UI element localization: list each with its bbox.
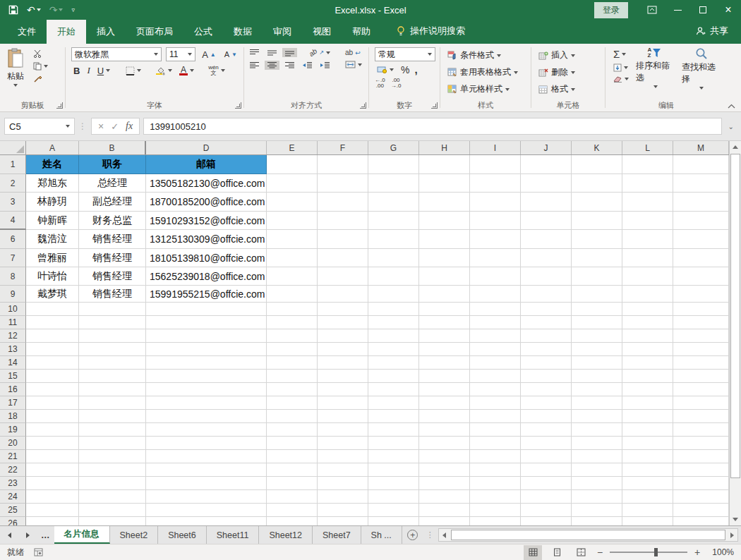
- cell-L1[interactable]: [622, 155, 673, 174]
- cell-L20[interactable]: [622, 437, 673, 450]
- cell-F1[interactable]: [318, 155, 368, 174]
- cell-M18[interactable]: [673, 410, 729, 423]
- increase-decimal-button[interactable]: ←.0.00: [375, 78, 385, 89]
- row-header-20[interactable]: 20: [0, 437, 26, 450]
- cell-B7[interactable]: 销售经理: [79, 249, 146, 267]
- ribbon-tab-视图[interactable]: 视图: [302, 20, 342, 44]
- cell-E9[interactable]: [267, 286, 318, 303]
- cell-H7[interactable]: [419, 249, 470, 267]
- percent-style-button[interactable]: %: [401, 64, 409, 75]
- cell-K4[interactable]: [572, 212, 622, 230]
- cell-G14[interactable]: [368, 356, 419, 370]
- cell-H16[interactable]: [419, 383, 470, 396]
- cell-J23[interactable]: [521, 477, 572, 490]
- cell-L6[interactable]: [622, 230, 673, 249]
- cell-G11[interactable]: [368, 316, 419, 329]
- cell-F6[interactable]: [318, 230, 368, 249]
- cell-B8[interactable]: 销售经理: [79, 267, 146, 286]
- cell-D1[interactable]: 邮箱: [146, 155, 267, 174]
- cell-E14[interactable]: [267, 356, 318, 370]
- cell-J10[interactable]: [521, 303, 572, 316]
- bold-button[interactable]: B: [71, 65, 82, 77]
- cell-E17[interactable]: [267, 396, 318, 410]
- column-header-I[interactable]: I: [470, 141, 521, 154]
- cell-D17[interactable]: [146, 396, 267, 410]
- cell-F19[interactable]: [318, 423, 368, 437]
- cell-A8[interactable]: 叶诗怡: [26, 267, 79, 286]
- autosum-button[interactable]: Σ: [611, 47, 631, 61]
- cell-E4[interactable]: [267, 212, 318, 230]
- cell-L26[interactable]: [622, 517, 673, 525]
- cell-H4[interactable]: [419, 212, 470, 230]
- cell-M26[interactable]: [673, 517, 729, 525]
- sheet-tab-Sh ...[interactable]: Sh ...: [361, 526, 402, 544]
- zoom-out-button[interactable]: −: [596, 547, 604, 558]
- fill-color-button[interactable]: [153, 66, 174, 76]
- cell-E11[interactable]: [267, 316, 318, 329]
- cell-H24[interactable]: [419, 490, 470, 504]
- cell-H11[interactable]: [419, 316, 470, 329]
- cell-D6[interactable]: 13125130309@offcie.com: [146, 230, 267, 249]
- more-sheets-indicator[interactable]: …: [37, 526, 54, 544]
- cell-K22[interactable]: [572, 463, 622, 477]
- number-dialog-launcher[interactable]: [431, 102, 438, 109]
- italic-button[interactable]: I: [85, 64, 92, 77]
- vertical-scrollbar[interactable]: [729, 141, 741, 525]
- cell-E16[interactable]: [267, 383, 318, 396]
- underline-button[interactable]: U: [95, 65, 112, 77]
- cell-K24[interactable]: [572, 490, 622, 504]
- cell-D15[interactable]: [146, 370, 267, 383]
- paste-button[interactable]: 粘贴: [3, 46, 28, 99]
- cell-M6[interactable]: [673, 230, 729, 249]
- cell-I7[interactable]: [470, 249, 521, 267]
- find-select-button[interactable]: 查找和选择: [678, 46, 724, 99]
- cell-H10[interactable]: [419, 303, 470, 316]
- cell-G1[interactable]: [368, 155, 419, 174]
- cell-G23[interactable]: [368, 477, 419, 490]
- cell-B20[interactable]: [79, 437, 146, 450]
- cell-L12[interactable]: [622, 329, 673, 343]
- share-button[interactable]: 共享: [696, 25, 741, 44]
- cell-B19[interactable]: [79, 423, 146, 437]
- cell-M7[interactable]: [673, 249, 729, 267]
- cell-A11[interactable]: [26, 316, 79, 329]
- cell-G7[interactable]: [368, 249, 419, 267]
- cell-M14[interactable]: [673, 356, 729, 370]
- cell-I19[interactable]: [470, 423, 521, 437]
- borders-button[interactable]: [124, 66, 143, 76]
- cell-G4[interactable]: [368, 212, 419, 230]
- ribbon-tab-审阅[interactable]: 审阅: [263, 20, 302, 44]
- column-header-M[interactable]: M: [673, 141, 729, 154]
- cell-D16[interactable]: [146, 383, 267, 396]
- cell-J21[interactable]: [521, 450, 572, 463]
- new-sheet-button[interactable]: +: [402, 526, 423, 544]
- cell-E7[interactable]: [267, 249, 318, 267]
- cell-A24[interactable]: [26, 490, 79, 504]
- macro-record-icon[interactable]: [34, 548, 43, 556]
- format-as-table-button[interactable]: 套用表格格式: [446, 66, 519, 79]
- cell-L24[interactable]: [622, 490, 673, 504]
- cell-I23[interactable]: [470, 477, 521, 490]
- cell-G13[interactable]: [368, 343, 419, 356]
- row-header-21[interactable]: 21: [0, 450, 26, 463]
- enter-icon[interactable]: ✓: [111, 121, 119, 132]
- column-header-L[interactable]: L: [622, 141, 673, 154]
- cell-B22[interactable]: [79, 463, 146, 477]
- cell-F12[interactable]: [318, 329, 368, 343]
- cell-H2[interactable]: [419, 174, 470, 193]
- cell-D24[interactable]: [146, 490, 267, 504]
- cell-I22[interactable]: [470, 463, 521, 477]
- cell-J20[interactable]: [521, 437, 572, 450]
- cell-F18[interactable]: [318, 410, 368, 423]
- cell-D25[interactable]: [146, 504, 267, 517]
- cell-M4[interactable]: [673, 212, 729, 230]
- row-header-6[interactable]: 6: [0, 230, 26, 249]
- cell-K15[interactable]: [572, 370, 622, 383]
- tab-scroll-splitter[interactable]: ⋮: [423, 526, 437, 544]
- cell-K9[interactable]: [572, 286, 622, 303]
- cell-J16[interactable]: [521, 383, 572, 396]
- cell-D10[interactable]: [146, 303, 267, 316]
- cell-B17[interactable]: [79, 396, 146, 410]
- cell-E20[interactable]: [267, 437, 318, 450]
- column-header-G[interactable]: G: [368, 141, 419, 154]
